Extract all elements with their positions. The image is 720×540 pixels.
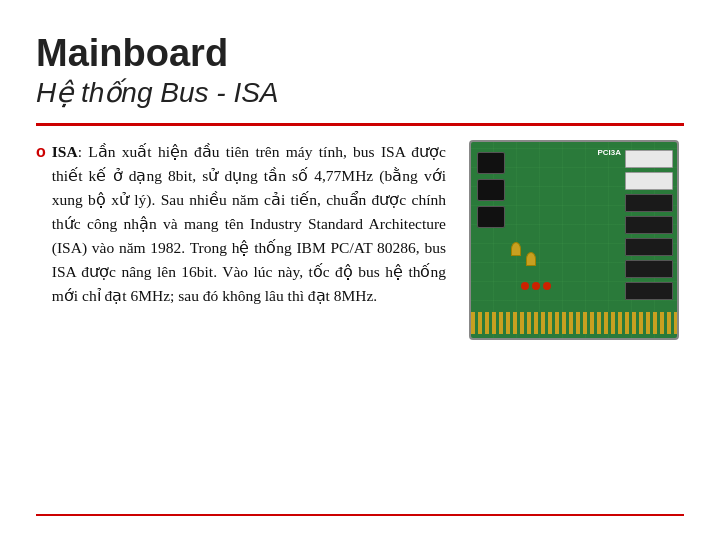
colon: : bbox=[78, 143, 82, 160]
pcb-slot-4 bbox=[625, 216, 673, 234]
pcb-capacitor-2 bbox=[526, 252, 536, 266]
pcb-red-dot-1 bbox=[521, 282, 529, 290]
pcb-chips bbox=[477, 152, 505, 228]
pcb-chip-3 bbox=[477, 206, 505, 228]
body-text: Lần xuất hiện đầu tiên trên máy tính, bu… bbox=[52, 143, 446, 304]
pcb-red-dot-2 bbox=[532, 282, 540, 290]
text-block: o ISA: Lần xuất hiện đầu tiên trên máy t… bbox=[36, 140, 446, 500]
pcb-slot-1 bbox=[625, 150, 673, 168]
pcb-red-dot-3 bbox=[543, 282, 551, 290]
content-area: o ISA: Lần xuất hiện đầu tiên trên máy t… bbox=[36, 140, 684, 500]
slide: Mainboard Hệ thống Bus - ISA o ISA: Lần … bbox=[0, 0, 720, 540]
bullet-marker: o bbox=[36, 140, 46, 308]
main-title: Mainboard bbox=[36, 32, 684, 76]
pcb-connector bbox=[471, 312, 677, 334]
subtitle: Hệ thống Bus - ISA bbox=[36, 76, 684, 110]
title-block: Mainboard Hệ thống Bus - ISA bbox=[36, 32, 684, 109]
pcb-slot-2 bbox=[625, 172, 673, 190]
image-block: PCI3A bbox=[464, 140, 684, 500]
pcb-slots bbox=[625, 150, 673, 300]
pcb-red-components bbox=[521, 282, 551, 290]
pcb-chip-2 bbox=[477, 179, 505, 201]
pcb-chip-1 bbox=[477, 152, 505, 174]
pcb-slot-7 bbox=[625, 282, 673, 300]
pcb-slot-3 bbox=[625, 194, 673, 212]
pcb-capacitor-1 bbox=[511, 242, 521, 256]
pcb-label: PCI3A bbox=[597, 148, 621, 157]
bottom-divider bbox=[36, 514, 684, 516]
bullet-text: ISA: Lần xuất hiện đầu tiên trên máy tín… bbox=[52, 140, 446, 308]
bullet-item: o ISA: Lần xuất hiện đầu tiên trên máy t… bbox=[36, 140, 446, 308]
motherboard-image: PCI3A bbox=[469, 140, 679, 340]
pcb-slot-5 bbox=[625, 238, 673, 256]
pcb-slot-6 bbox=[625, 260, 673, 278]
title-divider bbox=[36, 123, 684, 126]
bold-term: ISA bbox=[52, 143, 78, 160]
